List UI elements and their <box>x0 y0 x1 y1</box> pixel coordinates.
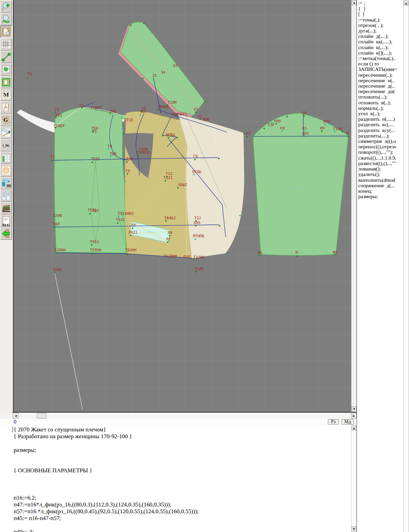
cad-point[interactable] <box>81 107 82 108</box>
cad-point[interactable] <box>127 254 128 255</box>
cad-point[interactable] <box>195 112 196 113</box>
point-label[interactable]: Т8 <box>108 145 112 148</box>
point-label[interactable]: ПОП <box>183 255 190 259</box>
cad-point[interactable] <box>194 159 196 160</box>
cad-point[interactable] <box>168 137 169 138</box>
cad-point[interactable] <box>193 174 195 175</box>
cad-point[interactable] <box>193 258 194 260</box>
code-line[interactable] <box>14 481 199 488</box>
cad-point[interactable] <box>219 225 220 226</box>
code-line[interactable]: { ОСНОВНЫЕ ПАРАМЕТРЫ } <box>14 467 199 474</box>
point-label[interactable]: ТАЛ <box>53 222 60 226</box>
point-label[interactable]: Т5П <box>140 110 147 114</box>
point-label[interactable]: Л2 <box>166 237 170 241</box>
md-button[interactable]: Мд <box>342 419 354 425</box>
point-label[interactable]: Т9П <box>126 157 133 161</box>
command-item[interactable]: пересечение д(.. <box>358 83 403 89</box>
cad-point[interactable] <box>109 113 111 114</box>
command-item[interactable]: удалить(); <box>358 172 403 177</box>
cad-point[interactable] <box>244 181 245 182</box>
zoom-out-icon[interactable] <box>0 13 12 25</box>
cad-point[interactable] <box>303 115 305 117</box>
command-item[interactable]: сплайн к(,...); <box>358 45 403 50</box>
scroll-right-arrow-icon[interactable]: ▶ <box>351 413 357 418</box>
point-label[interactable]: О2 <box>302 111 307 115</box>
code-line[interactable]: { Разработано на размер женщины 170-92-1… <box>14 433 199 440</box>
rz-button[interactable]: Рз <box>328 419 339 425</box>
cad-point[interactable] <box>328 123 329 124</box>
cad-point[interactable] <box>91 253 93 254</box>
cad-point[interactable] <box>54 272 55 273</box>
cad-point[interactable] <box>126 161 127 163</box>
cad-point[interactable] <box>334 131 335 132</box>
grid-icon[interactable] <box>0 38 12 50</box>
cad-point[interactable] <box>298 187 300 188</box>
exit-icon[interactable] <box>0 227 12 240</box>
cad-point[interactable] <box>143 23 145 24</box>
cad-point[interactable] <box>199 119 201 120</box>
cad-point[interactable] <box>195 220 197 222</box>
alg-icon[interactable]: ALG <box>0 215 12 227</box>
point-label[interactable]: Г0 <box>193 154 198 158</box>
cad-point[interactable] <box>149 231 151 233</box>
command-item[interactable]: { } <box>358 6 403 11</box>
command-item[interactable]: :=точка(,); <box>358 17 403 23</box>
cad-point[interactable] <box>127 173 128 175</box>
cad-point[interactable] <box>95 109 97 111</box>
point-label[interactable]: Х1 <box>194 107 198 111</box>
ruler-pencil-icon[interactable]: 8 <box>0 127 12 139</box>
cad-point[interactable] <box>54 216 55 217</box>
point-label[interactable]: Т22НН <box>193 255 204 259</box>
cad-point[interactable] <box>303 130 305 132</box>
point-label[interactable]: Т22Н <box>194 267 203 271</box>
command-item[interactable]: поворот((),..,""); <box>358 149 403 155</box>
sleeve-piece[interactable] <box>253 113 348 255</box>
command-item[interactable]: нормаль(,.); <box>358 105 403 111</box>
point-label[interactable]: Т55НН <box>90 248 101 252</box>
point-label[interactable]: Т62ЯНН <box>164 254 177 258</box>
command-item[interactable]: отложить(...); <box>358 94 403 100</box>
cad-point[interactable] <box>313 117 314 118</box>
cad-point[interactable] <box>239 215 241 216</box>
books-icon[interactable] <box>0 202 12 215</box>
point-label[interactable]: М1 <box>258 251 262 255</box>
pattern-frame-icon[interactable] <box>0 76 12 88</box>
point-label[interactable]: Т22 <box>194 216 201 220</box>
command-item[interactable]: разделить н(,....) <box>358 116 403 122</box>
cad-point[interactable] <box>91 244 92 246</box>
cad-point[interactable] <box>123 133 124 134</box>
editor-text[interactable]: { 2070 Жакет со спущенным плечом}{ Разра… <box>14 426 199 532</box>
cad-point[interactable] <box>195 271 197 272</box>
measure-line-icon[interactable] <box>0 51 12 63</box>
cad-point[interactable] <box>297 255 298 257</box>
point-label[interactable]: Т9 <box>125 169 130 173</box>
table-icon[interactable] <box>0 152 12 164</box>
cad-point[interactable] <box>55 127 56 128</box>
code-line[interactable] <box>14 460 199 467</box>
point-label[interactable]: Т20Н <box>52 268 62 272</box>
point-label[interactable]: Т8462 <box>164 216 176 220</box>
g-letter-icon[interactable]: G <box>0 114 12 126</box>
map-page-icon[interactable] <box>0 63 12 76</box>
command-item[interactable]: разделить кс(,... <box>358 122 403 127</box>
cad-point[interactable] <box>169 235 170 236</box>
command-item[interactable]: сжать((),..,1.1.0.9, <box>358 155 403 161</box>
cad-point[interactable] <box>139 152 141 153</box>
command-item[interactable]: сплайн д(,...); <box>358 33 403 39</box>
point-label[interactable]: Т92НН <box>125 248 136 252</box>
command-item[interactable]: сплайн кк(,....); <box>358 39 403 44</box>
command-item[interactable]: :=метка(точка(,).. <box>358 56 403 61</box>
point-label[interactable]: РП <box>320 127 324 130</box>
point-label[interactable]: Т1ЯЛ <box>168 101 177 104</box>
text-lists-icon[interactable] <box>0 190 12 202</box>
cad-point[interactable] <box>282 130 283 132</box>
cad-point[interactable] <box>218 158 219 159</box>
cad-point[interactable] <box>55 112 56 113</box>
code-line[interactable]: размеры; <box>14 447 199 454</box>
point-label[interactable]: О1 <box>302 127 307 130</box>
code-line[interactable]: { 2070 Жакет со спущенным плечом} <box>14 426 199 433</box>
cad-point[interactable] <box>130 25 132 26</box>
point-label[interactable]: ПТНПБ <box>193 234 204 238</box>
point-label[interactable]: ВПБЦ <box>166 133 175 137</box>
command-item[interactable]: симметрия л((),о <box>358 138 403 144</box>
